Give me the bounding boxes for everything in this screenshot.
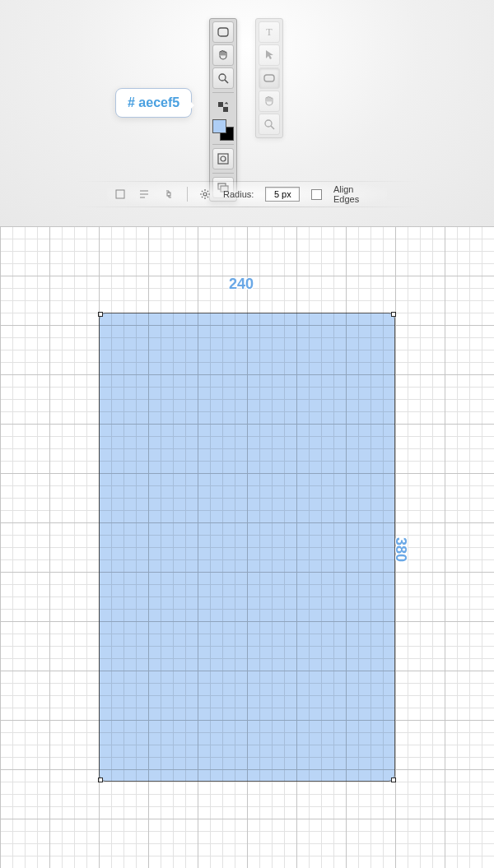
hand-tool-icon[interactable] <box>259 91 280 112</box>
radius-input[interactable] <box>265 187 300 202</box>
top-panel: T # aecef5 Radius: <box>0 0 494 226</box>
anchor-bottom-left[interactable] <box>98 777 103 782</box>
rounded-rectangle-tool-icon[interactable] <box>212 21 234 43</box>
separator <box>212 92 234 93</box>
color-swatches[interactable] <box>212 119 234 141</box>
rounded-rectangle-shape[interactable] <box>99 313 395 782</box>
align-edges-label: Align Edges <box>333 184 380 204</box>
secondary-tools-panel: T <box>255 18 283 138</box>
svg-point-18 <box>203 193 207 196</box>
svg-line-25 <box>202 197 203 197</box>
svg-rect-5 <box>218 154 228 164</box>
svg-line-26 <box>207 191 208 192</box>
anchor-top-right[interactable] <box>391 312 396 317</box>
hand-tool-icon[interactable] <box>212 44 234 66</box>
zoom-tool-icon[interactable] <box>212 67 234 89</box>
separator <box>212 144 234 145</box>
tools-panel <box>209 18 237 202</box>
anchor-bottom-right[interactable] <box>391 777 396 782</box>
color-hex-callout: # aecef5 <box>115 88 192 118</box>
swap-colors-icon[interactable] <box>212 96 234 118</box>
shape-path-outline <box>99 313 395 782</box>
svg-rect-4 <box>223 107 228 112</box>
path-selection-tool-icon[interactable] <box>259 44 280 66</box>
svg-line-2 <box>225 80 228 83</box>
svg-line-12 <box>271 126 274 129</box>
svg-rect-10 <box>264 75 274 81</box>
svg-rect-13 <box>116 190 124 198</box>
svg-point-11 <box>265 120 272 127</box>
align-icon[interactable] <box>138 188 151 201</box>
align-edges-checkbox[interactable] <box>311 189 322 200</box>
svg-point-1 <box>219 74 226 81</box>
canvas-grid[interactable]: 240 380 <box>0 226 494 868</box>
svg-text:T: T <box>266 26 273 38</box>
anchor-top-left[interactable] <box>98 312 103 317</box>
type-tool-icon[interactable]: T <box>259 21 280 43</box>
foreground-color-swatch[interactable] <box>212 119 226 133</box>
options-bar: Radius: Align Edges <box>107 181 387 207</box>
separator <box>187 187 188 202</box>
path-options-icon[interactable] <box>114 188 127 201</box>
svg-line-23 <box>202 191 203 192</box>
zoom-tool-icon[interactable] <box>259 114 280 135</box>
width-dimension-label: 240 <box>229 276 254 293</box>
color-hex-text: # aecef5 <box>128 95 179 109</box>
radius-label: Radius: <box>223 189 254 199</box>
svg-rect-3 <box>218 102 223 107</box>
svg-line-24 <box>207 197 208 197</box>
separator <box>212 173 234 174</box>
arrange-icon[interactable] <box>162 188 175 201</box>
rounded-rectangle-tool-active-icon[interactable] <box>259 67 280 89</box>
quick-mask-icon[interactable] <box>212 148 234 169</box>
gear-icon[interactable] <box>199 188 212 201</box>
svg-point-6 <box>221 156 226 161</box>
svg-rect-0 <box>218 28 228 36</box>
